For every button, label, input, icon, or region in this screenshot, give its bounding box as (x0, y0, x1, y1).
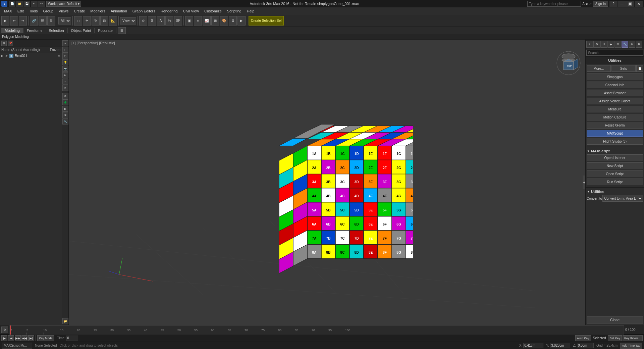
space-warps-btn[interactable]: ~ (62, 79, 68, 85)
render-setup[interactable]: 🖥 (229, 16, 237, 26)
maxscript-list-btn[interactable]: MAXScript (587, 130, 643, 137)
key-mode-btn[interactable]: Key Mode (37, 335, 54, 341)
schematic-view[interactable]: ⊞ (211, 16, 219, 26)
motion-capture-btn[interactable]: Motion Capture (587, 114, 643, 120)
mat-editor[interactable]: 🎨 (220, 16, 228, 26)
prev-frame-btn[interactable]: ◀ (8, 335, 14, 341)
restore-btn[interactable]: ▣ (626, 1, 634, 7)
open-listener-btn[interactable]: Open Listener (587, 154, 643, 161)
play-btn[interactable]: ▶ (1, 335, 7, 341)
sign-in-btn[interactable]: Sign In (593, 1, 608, 7)
menu-civil-view[interactable]: Civil View (180, 8, 201, 14)
create-btn[interactable]: + (62, 40, 68, 46)
angle-snap[interactable]: A (157, 16, 165, 26)
modebar-extra-btn[interactable]: ☰ (118, 27, 126, 34)
open-btn[interactable]: 📁 (16, 1, 23, 7)
reset-xform-btn[interactable]: Reset XForm (587, 122, 643, 129)
ref-coord-dropdown[interactable]: View (120, 17, 136, 24)
asset-browser-btn[interactable]: Asset Browser (587, 90, 643, 96)
lights-btn[interactable]: 💡 (62, 59, 68, 65)
menu-tools[interactable]: Tools (26, 8, 41, 14)
workspace-dropdown[interactable]: Workspace: Default ▾ (46, 1, 81, 7)
tab-object-paint[interactable]: Object Paint (68, 28, 95, 33)
display-btn[interactable]: 👁 (62, 112, 68, 118)
timeline-track[interactable]: 0 5 10 15 20 25 30 35 40 45 50 55 60 65 … (9, 325, 624, 335)
set-key-btn[interactable]: Set Key (608, 335, 622, 341)
modify-icon[interactable]: ⚙ (593, 41, 600, 48)
x-input[interactable] (523, 343, 543, 348)
key-filters-btn[interactable]: Key Filters... (623, 335, 643, 341)
pivot-btn[interactable]: ⊙ (139, 16, 147, 26)
scene-explorer-pin[interactable]: 📌 (8, 41, 13, 46)
curve-editor[interactable]: 📈 (203, 16, 211, 26)
next-frame-btn[interactable]: ▶▶ (15, 335, 21, 341)
motion-icon[interactable]: ▶ (607, 41, 614, 48)
menu-modifiers[interactable]: Modifiers (88, 8, 108, 14)
minimize-btn[interactable]: ─ (618, 1, 626, 7)
file-menu-icons[interactable]: 📄 📁 💾 ↩ ↪ (9, 1, 45, 7)
link-tool[interactable]: 🔗 (30, 16, 38, 26)
mirror-btn[interactable]: ▣ (185, 16, 193, 26)
align-btn[interactable]: ≡ (194, 16, 202, 26)
collapse-viewport-right[interactable]: ◀ (583, 176, 585, 189)
menu-help[interactable]: Help (244, 8, 257, 14)
undo-tool[interactable]: ↩ (10, 16, 18, 26)
filter-dropdown[interactable]: All (58, 17, 71, 24)
tab-populate[interactable]: Populate (95, 28, 116, 33)
maxscript-output[interactable]: MAXScript Mi... (2, 343, 32, 349)
save-btn[interactable]: 💾 (23, 1, 30, 7)
ref-coord[interactable]: 📐 (109, 16, 117, 26)
flight-studio-btn[interactable]: Flight Studio (c) (587, 138, 643, 145)
r-icon2[interactable]: 🖥 (636, 41, 642, 48)
bind-tool[interactable]: B (47, 16, 55, 26)
add-time-tag-btn[interactable]: Add Time Tag (620, 343, 642, 349)
utilities-side-btn[interactable]: 🔧 (62, 118, 68, 124)
last-frame-btn[interactable]: ▶| (28, 335, 34, 341)
tab-selection[interactable]: Selection (45, 28, 67, 33)
right-search-input[interactable] (586, 50, 643, 56)
first-frame-btn[interactable]: ◀◀ (21, 335, 28, 341)
systems-btn[interactable]: S (62, 85, 68, 91)
menu-scripting[interactable]: Scripting (224, 8, 244, 14)
helpers-btn[interactable]: H (62, 72, 68, 78)
tab-modeling[interactable]: Modeling (1, 28, 23, 33)
menu-views[interactable]: Views (56, 8, 71, 14)
scale-tool[interactable]: ⊡ (100, 16, 108, 26)
select-tool[interactable]: ▶ (1, 16, 9, 26)
close-utilities-btn[interactable]: Close (587, 316, 643, 323)
new-btn[interactable]: 📄 (9, 1, 15, 7)
menu-group[interactable]: Group (41, 8, 56, 14)
snap-toggle[interactable]: S (148, 16, 156, 26)
render-frame[interactable]: ▶ (237, 16, 246, 26)
search-input[interactable] (527, 1, 581, 7)
scene-explorer-icon[interactable]: ✕ (1, 41, 7, 46)
z-input[interactable] (577, 343, 594, 348)
run-script-btn[interactable]: Run Script (587, 179, 643, 185)
menu-rendering[interactable]: Rendering (158, 8, 180, 14)
sets-icon-btn[interactable]: 📋 (636, 65, 643, 72)
scene-obj-box001[interactable]: ▶ 👁 B Box001 ❄ (0, 53, 62, 58)
r-icon1[interactable]: ⊕ (629, 41, 635, 48)
sets-btn[interactable]: Sets (611, 65, 636, 72)
select-obj-btn[interactable]: ◻ (74, 16, 82, 26)
redo-btn[interactable]: ↪ (38, 1, 45, 7)
create-selection-btn[interactable]: Create Selection Sel (249, 16, 284, 26)
percent-snap[interactable]: % (165, 16, 173, 26)
convert-to-dropdown[interactable]: Convert to mr. Area L (602, 195, 643, 202)
utilities-icon[interactable]: 🔧 (622, 41, 628, 48)
open-script-btn[interactable]: Open Script (587, 170, 643, 177)
motion-btn[interactable]: ▶ (62, 106, 68, 112)
display-icon[interactable]: 👁 (614, 41, 621, 48)
new-script-btn[interactable]: New Script (587, 162, 643, 169)
measure-btn[interactable]: Measure (587, 106, 643, 112)
hierarchy-btn[interactable]: 🌲 (62, 99, 68, 105)
menu-animation[interactable]: Animation (108, 8, 130, 14)
shapes-btn[interactable]: ⬠ (62, 53, 68, 59)
unlink-tool[interactable]: ⛓ (39, 16, 47, 26)
viewport[interactable]: [+] [Perspective] [Realistic] (69, 40, 585, 325)
simplygon-btn[interactable]: Simplygon (587, 73, 643, 80)
timeline-config-btn[interactable]: ⚙ (1, 327, 8, 333)
create-icon[interactable]: + (586, 41, 593, 48)
nav-cube[interactable]: TOP (555, 50, 582, 77)
current-time-input[interactable] (66, 336, 78, 341)
